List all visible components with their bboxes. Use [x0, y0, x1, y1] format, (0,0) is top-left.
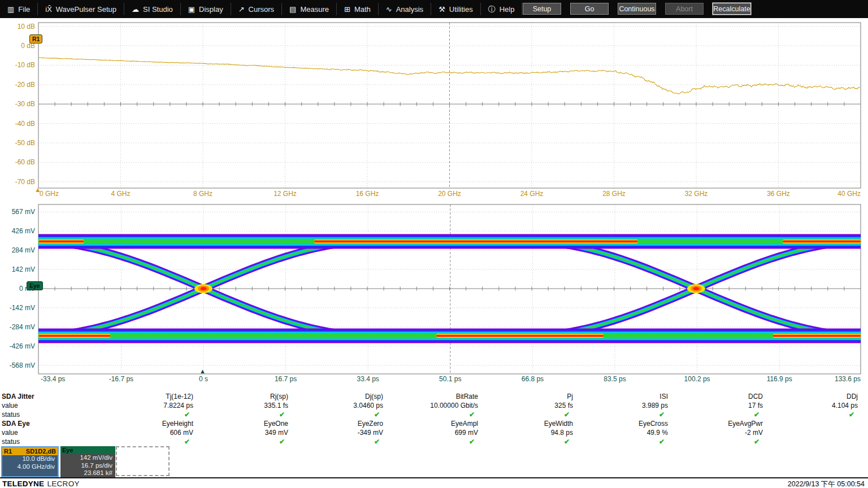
sda-eye-table-title: SDA Eye: [0, 420, 106, 428]
sda-jitter-param-name: Rj(sp): [201, 393, 296, 400]
freq-y-tick-label: -60 dB: [0, 158, 35, 166]
status-pass-icon: ✔: [106, 438, 201, 446]
status-pass-icon: ✔: [296, 411, 391, 419]
application-window: ▥FileiX̂WavePulser Setup☁SI Studio▣Displ…: [0, 0, 868, 488]
sda-eye-value-label: value: [0, 429, 106, 437]
status-bar: TELEDYNELECROY 2022/9/13 下午 05:00:54: [0, 477, 868, 488]
sda-jitter-table-title: SDA Jitter: [0, 393, 106, 400]
eye-trace-descriptor[interactable]: Eye 142 mV/div 16.7 ps/div 23.681 k#: [60, 446, 115, 477]
sda-jitter-param-value: 10.00000 Gbit/s: [391, 402, 486, 409]
freq-y-tick-label: -50 dB: [0, 139, 35, 147]
sda-jitter-value-row: value7.8224 ps335.1 fs3.0460 ps10.00000 …: [0, 401, 868, 410]
r1-trace-descriptor[interactable]: R1 SD1D2,dB 10.0 dB/div 4.00 GHz/div: [1, 446, 59, 477]
sda-jitter-param-name: Tj(1e-12): [106, 393, 201, 400]
sda-eye-header-row: SDA EyeEyeHeightEyeOneEyeZeroEyeAmplEyeW…: [0, 419, 868, 428]
sda-jitter-param-name: Pj: [486, 393, 581, 400]
sda-jitter-status-label: status: [0, 411, 106, 419]
sda-eye-status-label: status: [0, 438, 106, 446]
eye-horizontal-scale: 16.7 ps/div: [60, 462, 115, 470]
eye-x-tick-label: -33.4 ps: [41, 375, 86, 383]
freq-x-tick-label: 12 GHz: [263, 190, 308, 198]
sda-jitter-header-row: SDA JitterTj(1e-12)Rj(sp)Dj(sp)BitRatePj…: [0, 392, 868, 401]
sda-eye-param-name: EyeZero: [296, 420, 391, 428]
sda-jitter-param-value: 325 fs: [486, 402, 581, 409]
sda-eye-param-name: EyeOne: [201, 420, 296, 428]
sda-jitter-status-row: status✔✔✔✔✔✔✔✔: [0, 410, 868, 419]
eye-x-tick-label: 83.5 ps: [592, 375, 637, 383]
sda-jitter-param-value: 17 fs: [676, 402, 771, 409]
eye-x-tick-label: 116.9 ps: [757, 375, 802, 383]
eye-y-tick-label: 284 mV: [0, 246, 35, 254]
sda-jitter-param-name: DDj: [771, 393, 866, 400]
freq-x-tick-label: 8 GHz: [180, 190, 225, 198]
freq-x-tick-label: 32 GHz: [674, 190, 719, 198]
eye-vertical-scale: 142 mV/div: [60, 454, 115, 462]
freq-x-tick-label: 36 GHz: [756, 190, 801, 198]
eye-x-tick-label: 0 s: [181, 375, 226, 383]
status-pass-icon: ✔: [581, 438, 676, 446]
sda-eye-param-name: EyeAvgPwr: [676, 420, 771, 428]
r1-descriptor-id: R1: [4, 448, 12, 455]
sda-jitter-param-value: 4.104 ps: [771, 402, 866, 409]
eye-x-tick-label: 33.4 ps: [345, 375, 390, 383]
status-pass-icon: ✔: [486, 438, 581, 446]
freq-x-tick-label: 0 GHz: [40, 190, 85, 198]
status-pass-icon: ✔: [771, 411, 866, 419]
eye-sample-count: 23.681 k#: [60, 469, 115, 477]
r1-descriptor-source: SD1D2,dB: [26, 448, 56, 455]
frequency-origin-marker-icon[interactable]: ▲: [34, 186, 41, 193]
eye-trigger-marker-icon[interactable]: ▲: [199, 368, 206, 374]
r1-trace-badge[interactable]: R1: [29, 34, 42, 43]
eye-x-tick-label: -16.7 ps: [98, 375, 144, 383]
measurement-tables: SDA JitterTj(1e-12)Rj(sp)Dj(sp)BitRatePj…: [0, 392, 868, 446]
empty-trace-slot[interactable]: [116, 446, 170, 476]
sda-jitter-param-name: Dj(sp): [296, 393, 391, 400]
sda-eye-param-value: 699 mV: [391, 429, 486, 437]
sda-eye-param-value: 349 mV: [201, 429, 296, 437]
eye-trace-badge[interactable]: Eye: [27, 281, 43, 290]
freq-y-tick-label: -40 dB: [0, 120, 35, 128]
freq-y-tick-label: 10 dB: [0, 23, 35, 30]
eye-x-tick-label: 16.7 ps: [263, 375, 309, 383]
sda-jitter-param-value: 7.8224 ps: [106, 402, 201, 409]
eye-x-tick-label: 133.6 ps: [813, 375, 861, 383]
eye-y-tick-label: -142 mV: [0, 304, 35, 312]
eye-x-tick-label: 66.8 ps: [510, 375, 555, 383]
freq-y-tick-label: -20 dB: [0, 81, 35, 89]
sda-eye-param-value: 49.9 %: [581, 429, 676, 437]
sda-eye-param-name: EyeAmpl: [391, 420, 486, 428]
sda-eye-param-name: EyeWidth: [486, 420, 581, 428]
sda-eye-param-value: -2 mV: [676, 429, 771, 437]
teledyne-lecroy-logo: TELEDYNELECROY: [2, 480, 80, 488]
sda-eye-param-value: 94.8 ps: [486, 429, 581, 437]
status-pass-icon: ✔: [296, 438, 391, 446]
frequency-response-plot: [0, 0, 868, 201]
sda-eye-value-row: value606 mV349 mV-349 mV699 mV94.8 ps49.…: [0, 428, 868, 437]
sda-eye-param-name: EyeCross: [581, 420, 676, 428]
sda-jitter-param-value: 3.989 ps: [581, 402, 676, 409]
freq-x-tick-label: 16 GHz: [345, 190, 390, 198]
sda-jitter-param-value: 335.1 fs: [201, 402, 296, 409]
freq-y-tick-label: -30 dB: [0, 100, 35, 108]
freq-x-tick-label: 40 GHz: [814, 190, 861, 198]
freq-y-tick-label: -10 dB: [0, 61, 35, 69]
status-pass-icon: ✔: [486, 411, 581, 419]
sda-eye-param-value: -349 mV: [296, 429, 391, 437]
sda-jitter-value-label: value: [0, 402, 106, 409]
eye-x-tick-label: 50.1 ps: [428, 375, 473, 383]
freq-x-tick-label: 24 GHz: [509, 190, 554, 198]
freq-x-tick-label: 28 GHz: [592, 190, 637, 198]
status-pass-icon: ✔: [676, 411, 771, 419]
sda-jitter-param-name: BitRate: [391, 393, 486, 400]
status-pass-icon: ✔: [201, 438, 296, 446]
eye-x-tick-label: 100.2 ps: [675, 375, 720, 383]
status-pass-icon: ✔: [391, 411, 486, 419]
sda-jitter-param-name: DCD: [676, 393, 771, 400]
status-pass-icon: ✔: [201, 411, 296, 419]
status-pass-icon: ✔: [106, 411, 201, 419]
sda-jitter-param-value: 3.0460 ps: [296, 402, 391, 409]
eye-descriptor-id: Eye: [62, 447, 73, 454]
eye-y-tick-label: -568 mV: [0, 361, 35, 369]
eye-y-tick-label: -284 mV: [0, 323, 35, 331]
eye-y-tick-label: 426 mV: [0, 227, 35, 235]
